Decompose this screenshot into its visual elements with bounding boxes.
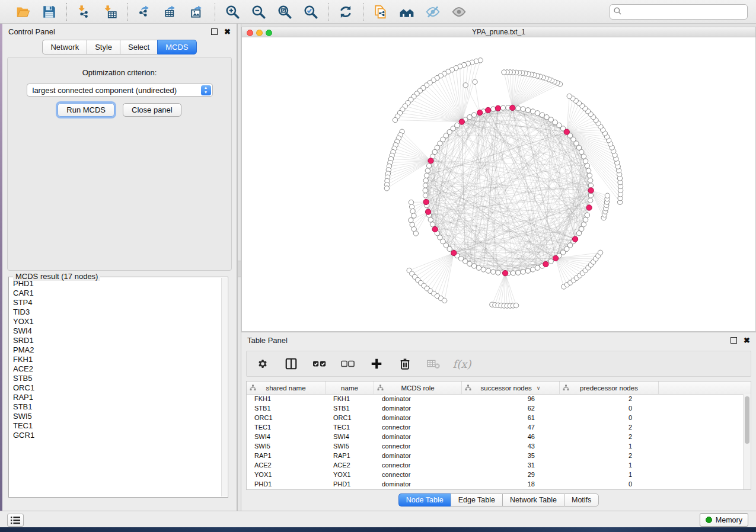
graph-node[interactable] <box>426 164 431 168</box>
mcds-hub-node[interactable] <box>425 209 430 214</box>
graph-leaf-node[interactable] <box>502 70 506 75</box>
table-cell[interactable]: dominator <box>374 414 462 421</box>
table-cell[interactable]: 47 <box>462 424 560 431</box>
graph-node[interactable] <box>424 173 429 178</box>
mcds-hub-node[interactable] <box>543 261 548 267</box>
run-mcds-button[interactable]: Run MCDS <box>58 103 114 117</box>
table-cell[interactable]: 1 <box>560 471 659 478</box>
table-cell[interactable]: SWI4 <box>326 433 374 440</box>
mcds-hub-node[interactable] <box>428 158 433 164</box>
graph-node[interactable] <box>447 246 452 251</box>
graph-leaf-node[interactable] <box>409 200 413 204</box>
zoom-selected-icon[interactable] <box>302 4 319 20</box>
graph-node[interactable] <box>583 159 588 164</box>
table-cell[interactable]: dominator <box>374 433 462 440</box>
graph-node[interactable] <box>491 270 496 274</box>
mcds-list-scrollbar[interactable] <box>221 278 227 496</box>
graph-node[interactable] <box>423 188 428 193</box>
table-cell[interactable]: connector <box>374 443 462 450</box>
graph-node[interactable] <box>530 267 535 272</box>
hide-selected-icon[interactable] <box>425 4 441 20</box>
graph-node[interactable] <box>525 108 530 113</box>
table-cell[interactable]: SWI5 <box>247 443 326 450</box>
table-cell[interactable]: 62 <box>462 405 560 412</box>
import-table-icon[interactable] <box>102 4 119 20</box>
optimization-criterion-select[interactable]: largest connected component (undirected)… <box>27 84 213 97</box>
graph-node[interactable] <box>516 106 521 111</box>
table-cell[interactable]: FKH1 <box>247 395 326 402</box>
table-row[interactable]: FKH1FKH1dominator962 <box>247 394 744 403</box>
table-cell[interactable]: PHD1 <box>247 480 326 488</box>
mcds-hub-node[interactable] <box>588 188 594 193</box>
table-scrollbar-thumb[interactable] <box>745 396 749 444</box>
graph-node[interactable] <box>521 270 525 274</box>
table-cell[interactable]: 1 <box>560 462 659 469</box>
graph-node[interactable] <box>467 261 472 266</box>
table-cell[interactable]: PHD1 <box>326 480 374 488</box>
mcds-hub-node[interactable] <box>432 226 438 232</box>
zoom-window-icon[interactable] <box>266 30 272 36</box>
graph-node[interactable] <box>535 111 540 116</box>
table-row[interactable]: YOX1YOX1connector291 <box>247 470 744 479</box>
mcds-result-item[interactable]: ORC1 <box>13 383 221 393</box>
table-cell[interactable]: RAP1 <box>326 452 374 459</box>
graph-node[interactable] <box>588 178 592 182</box>
tab-select[interactable]: Select <box>120 40 157 55</box>
graph-leaf-node[interactable] <box>410 209 415 213</box>
clone-network-icon[interactable] <box>372 4 389 20</box>
mcds-hub-node[interactable] <box>495 105 500 111</box>
column-header-MCDS-role[interactable]: MCDS role <box>374 382 462 394</box>
table-cell[interactable]: TEC1 <box>326 424 374 431</box>
mcds-result-item[interactable]: FKH1 <box>13 355 221 364</box>
table-cell[interactable]: ACE2 <box>326 462 374 469</box>
table-cell[interactable]: RAP1 <box>247 452 326 459</box>
graph-leaf-node[interactable] <box>513 303 518 307</box>
table-cell[interactable]: connector <box>374 424 462 431</box>
graph-node[interactable] <box>530 109 535 114</box>
tab-mcds[interactable]: MCDS <box>157 40 196 55</box>
graph-node[interactable] <box>525 268 530 273</box>
refresh-icon[interactable] <box>337 4 354 20</box>
table-cell[interactable]: 61 <box>462 414 560 421</box>
table-cell[interactable]: 31 <box>462 462 560 469</box>
mcds-hub-node[interactable] <box>510 105 515 110</box>
graph-node[interactable] <box>481 267 486 272</box>
table-cell[interactable]: 43 <box>462 443 560 450</box>
add-row-icon[interactable] <box>369 356 384 371</box>
graph-leaf-node[interactable] <box>384 186 389 191</box>
deselect-all-icon[interactable] <box>340 356 356 371</box>
graph-node[interactable] <box>496 270 500 275</box>
table-cell[interactable]: SWI5 <box>326 443 374 450</box>
float-icon[interactable] <box>211 28 218 35</box>
graph-node[interactable] <box>430 222 435 227</box>
table-row[interactable]: SWI5SWI5connector431 <box>247 441 744 451</box>
table-row[interactable]: ACE2ACE2connector311 <box>247 460 744 470</box>
select-all-icon[interactable] <box>312 356 327 371</box>
table-cell[interactable]: connector <box>374 471 462 478</box>
tab-style[interactable]: Style <box>87 40 120 55</box>
table-cell[interactable]: TEC1 <box>247 424 326 431</box>
column-header-predecessor-nodes[interactable]: predecessor nodes <box>560 382 659 394</box>
delete-row-icon[interactable] <box>397 356 413 371</box>
mcds-result-item[interactable]: STB5 <box>13 374 221 383</box>
mcds-result-item[interactable]: GCR1 <box>13 431 221 440</box>
table-cell[interactable]: 0 <box>560 414 659 421</box>
mcds-result-item[interactable]: RAP1 <box>13 393 221 402</box>
mcds-hub-node[interactable] <box>564 129 569 134</box>
mcds-result-item[interactable]: YOX1 <box>13 317 221 326</box>
graph-node[interactable] <box>581 154 586 159</box>
close-panel-button[interactable]: Close panel <box>123 103 181 117</box>
mcds-result-item[interactable]: STB1 <box>13 402 221 412</box>
column-header-shared-name[interactable]: shared name <box>247 382 326 394</box>
graph-node[interactable] <box>579 226 584 231</box>
table-cell[interactable]: YOX1 <box>247 471 326 478</box>
close-icon[interactable]: ✖ <box>224 28 231 36</box>
mcds-result-item[interactable]: CAR1 <box>13 289 221 298</box>
tab-edge-table[interactable]: Edge Table <box>451 493 502 507</box>
export-network-icon[interactable] <box>137 4 154 20</box>
table-cell[interactable]: 2 <box>560 395 659 402</box>
graph-node[interactable] <box>423 193 428 198</box>
memory-button[interactable]: Memory <box>700 513 748 527</box>
graph-node[interactable] <box>486 268 490 273</box>
graph-node[interactable] <box>491 107 496 111</box>
